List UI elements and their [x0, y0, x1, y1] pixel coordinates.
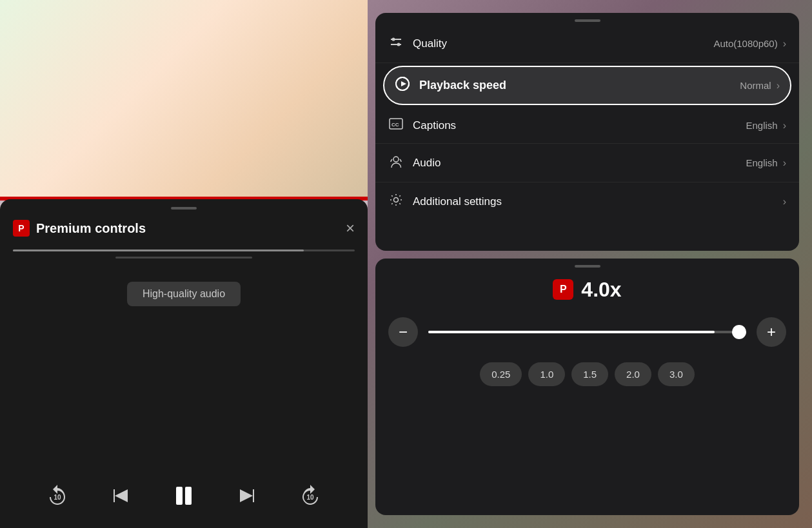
audio-icon	[388, 154, 404, 171]
speed-preset-3.0[interactable]: 3.0	[658, 362, 695, 386]
speed-presets: 0.25 1.0 1.5 2.0 3.0	[388, 362, 786, 386]
svg-rect-3	[176, 487, 183, 505]
captions-icon: CC	[388, 118, 404, 133]
forward10-button[interactable]: 10	[299, 484, 322, 507]
speed-preset-2.0[interactable]: 2.0	[615, 362, 651, 386]
background-gradient	[0, 0, 368, 200]
captions-label: Captions	[413, 119, 746, 132]
additional-settings-label: Additional settings	[413, 195, 778, 208]
speed-slider-container: − +	[388, 317, 786, 347]
playback-speed-label: Playback speed	[419, 79, 740, 92]
svg-marker-14	[401, 81, 406, 86]
gear-icon	[388, 193, 404, 210]
svg-text:10: 10	[54, 494, 62, 501]
speed-header: P 4.0x	[388, 278, 786, 302]
playback-speed-value: Normal	[740, 80, 771, 91]
speed-drag-handle[interactable]	[575, 265, 600, 268]
settings-item-playback-speed[interactable]: Playback speed Normal ›	[383, 66, 791, 105]
playback-controls: 10	[13, 476, 355, 515]
panel-header: P Premium controls ×	[13, 220, 355, 237]
speed-premium-badge: P	[553, 279, 573, 300]
svg-marker-6	[240, 489, 253, 502]
replay10-button[interactable]: 10	[46, 484, 69, 507]
drag-handle[interactable]	[171, 207, 197, 210]
quality-label: Quality	[413, 37, 713, 50]
pause-icon	[171, 483, 197, 509]
speed-preset-0.25[interactable]: 0.25	[480, 362, 522, 386]
speed-panel: P 4.0x − + 0.25 1.0 1.5 2.0 3.0	[375, 259, 799, 516]
main-progress-track[interactable]	[13, 249, 355, 251]
quality-value: Auto(1080p60)	[713, 38, 777, 49]
audio-value: English	[746, 157, 777, 168]
svg-point-11	[397, 43, 401, 46]
premium-badge: P	[13, 220, 30, 237]
left-panel: P Premium controls × High-quality audio …	[0, 0, 368, 528]
next-button[interactable]	[237, 485, 258, 506]
settings-item-additional[interactable]: Additional settings ›	[375, 182, 799, 220]
replay10-icon: 10	[46, 484, 69, 507]
speed-preset-1.5[interactable]: 1.5	[571, 362, 608, 386]
quality-chevron: ›	[783, 38, 786, 50]
speed-decrease-button[interactable]: −	[388, 317, 418, 347]
next-icon	[237, 485, 258, 506]
panel-title: Premium controls	[36, 221, 146, 236]
speed-slider-fill	[428, 331, 715, 333]
right-panel: Quality Auto(1080p60) › Playback speed N…	[368, 0, 812, 528]
panel-title-group: P Premium controls	[13, 220, 146, 237]
additional-settings-chevron: ›	[783, 196, 786, 208]
svg-marker-2	[115, 489, 128, 502]
sub-progress-track[interactable]	[115, 257, 252, 259]
svg-marker-5	[253, 489, 254, 502]
settings-drag-handle[interactable]	[575, 19, 600, 22]
speed-current-value: 4.0x	[581, 278, 621, 302]
svg-point-18	[394, 198, 399, 202]
svg-rect-4	[185, 487, 192, 505]
settings-item-captions[interactable]: CC Captions English ›	[375, 108, 799, 144]
speed-slider-track[interactable]	[428, 331, 746, 333]
svg-point-17	[393, 157, 399, 162]
high-quality-label: High-quality audio	[127, 282, 241, 306]
prev-icon	[110, 485, 130, 506]
speed-preset-1.0[interactable]: 1.0	[528, 362, 565, 386]
forward10-icon: 10	[299, 484, 322, 507]
settings-item-quality[interactable]: Quality Auto(1080p60) ›	[375, 24, 799, 63]
speed-increase-button[interactable]: +	[757, 317, 786, 347]
premium-controls-panel: P Premium controls × High-quality audio …	[0, 199, 368, 528]
playback-speed-chevron: ›	[777, 80, 780, 92]
svg-marker-1	[114, 489, 115, 502]
play-pause-button[interactable]	[171, 483, 197, 509]
progress-bar-container	[13, 249, 355, 278]
prev-button[interactable]	[110, 485, 130, 506]
playback-speed-icon	[395, 76, 410, 95]
settings-panel: Quality Auto(1080p60) › Playback speed N…	[375, 13, 799, 251]
progress-fill	[13, 249, 304, 251]
audio-chevron: ›	[783, 157, 786, 169]
captions-chevron: ›	[783, 120, 786, 132]
svg-text:10: 10	[306, 494, 314, 501]
high-quality-button[interactable]: High-quality audio	[127, 282, 241, 306]
audio-label: Audio	[413, 157, 746, 170]
speed-slider-thumb[interactable]	[732, 325, 746, 339]
svg-point-9	[392, 38, 395, 41]
captions-value: English	[746, 120, 777, 131]
sliders-icon	[388, 35, 404, 52]
svg-text:CC: CC	[391, 122, 399, 128]
close-button[interactable]: ×	[346, 220, 355, 236]
settings-item-audio[interactable]: Audio English ›	[375, 144, 799, 182]
